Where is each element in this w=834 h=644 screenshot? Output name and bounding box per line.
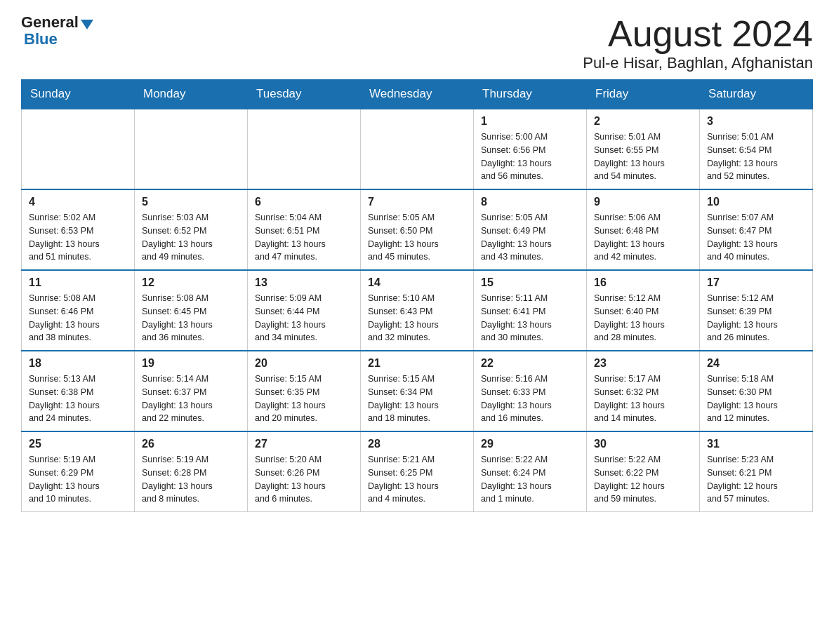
calendar-cell: 27Sunrise: 5:20 AMSunset: 6:26 PMDayligh… — [248, 431, 361, 512]
day-number: 20 — [255, 357, 353, 370]
calendar-cell: 8Sunrise: 5:05 AMSunset: 6:49 PMDaylight… — [474, 189, 587, 270]
day-number: 25 — [29, 438, 127, 450]
calendar-cell: 22Sunrise: 5:16 AMSunset: 6:33 PMDayligh… — [474, 351, 587, 431]
calendar-cell: 23Sunrise: 5:17 AMSunset: 6:32 PMDayligh… — [587, 351, 700, 431]
day-number: 19 — [142, 357, 240, 370]
calendar-cell: 18Sunrise: 5:13 AMSunset: 6:38 PMDayligh… — [22, 351, 135, 431]
calendar-cell: 19Sunrise: 5:14 AMSunset: 6:37 PMDayligh… — [135, 351, 248, 431]
weekday-header: Wednesday — [361, 80, 474, 109]
day-number: 28 — [368, 438, 466, 450]
day-info: Sunrise: 5:16 AMSunset: 6:33 PMDaylight:… — [481, 373, 579, 425]
calendar-cell: 9Sunrise: 5:06 AMSunset: 6:48 PMDaylight… — [587, 189, 700, 270]
calendar-cell: 21Sunrise: 5:15 AMSunset: 6:34 PMDayligh… — [361, 351, 474, 431]
day-number: 13 — [255, 276, 353, 289]
calendar-cell: 12Sunrise: 5:08 AMSunset: 6:45 PMDayligh… — [135, 270, 248, 351]
calendar-cell: 30Sunrise: 5:22 AMSunset: 6:22 PMDayligh… — [587, 431, 700, 512]
weekday-header-row: SundayMondayTuesdayWednesdayThursdayFrid… — [22, 80, 813, 109]
calendar-cell: 6Sunrise: 5:04 AMSunset: 6:51 PMDaylight… — [248, 189, 361, 270]
calendar-week-row: 18Sunrise: 5:13 AMSunset: 6:38 PMDayligh… — [22, 351, 813, 431]
calendar-cell — [248, 109, 361, 189]
day-number: 9 — [594, 196, 692, 208]
day-number: 5 — [142, 196, 240, 208]
day-number: 8 — [481, 196, 579, 208]
day-info: Sunrise: 5:07 AMSunset: 6:47 PMDaylight:… — [707, 211, 805, 264]
calendar-table: SundayMondayTuesdayWednesdayThursdayFrid… — [21, 79, 813, 512]
calendar-cell — [22, 109, 135, 189]
calendar-cell: 15Sunrise: 5:11 AMSunset: 6:41 PMDayligh… — [474, 270, 587, 351]
day-info: Sunrise: 5:15 AMSunset: 6:35 PMDaylight:… — [255, 373, 353, 425]
day-number: 23 — [594, 357, 692, 370]
day-info: Sunrise: 5:12 AMSunset: 6:40 PMDaylight:… — [594, 292, 692, 344]
calendar-cell: 2Sunrise: 5:01 AMSunset: 6:55 PMDaylight… — [587, 109, 700, 189]
month-title: August 2024 — [583, 14, 813, 54]
page-header: General Blue August 2024 Pul-e Hisar, Ba… — [21, 14, 813, 72]
day-info: Sunrise: 5:05 AMSunset: 6:50 PMDaylight:… — [368, 211, 466, 264]
calendar-week-row: 11Sunrise: 5:08 AMSunset: 6:46 PMDayligh… — [22, 270, 813, 351]
day-info: Sunrise: 5:12 AMSunset: 6:39 PMDaylight:… — [707, 292, 805, 344]
weekday-header: Thursday — [474, 80, 587, 109]
calendar-cell: 16Sunrise: 5:12 AMSunset: 6:40 PMDayligh… — [587, 270, 700, 351]
day-info: Sunrise: 5:22 AMSunset: 6:22 PMDaylight:… — [594, 453, 692, 506]
day-info: Sunrise: 5:01 AMSunset: 6:55 PMDaylight:… — [594, 130, 692, 183]
calendar-week-row: 25Sunrise: 5:19 AMSunset: 6:29 PMDayligh… — [22, 431, 813, 512]
logo-line1: General — [21, 14, 93, 31]
day-info: Sunrise: 5:08 AMSunset: 6:45 PMDaylight:… — [142, 292, 240, 344]
day-number: 10 — [707, 196, 805, 208]
day-number: 26 — [142, 438, 240, 450]
calendar-cell: 24Sunrise: 5:18 AMSunset: 6:30 PMDayligh… — [700, 351, 813, 431]
day-number: 6 — [255, 196, 353, 208]
day-number: 27 — [255, 438, 353, 450]
calendar-cell: 3Sunrise: 5:01 AMSunset: 6:54 PMDaylight… — [700, 109, 813, 189]
logo: General Blue — [21, 14, 93, 48]
day-info: Sunrise: 5:21 AMSunset: 6:25 PMDaylight:… — [368, 453, 466, 506]
weekday-header: Tuesday — [248, 80, 361, 109]
calendar-cell: 7Sunrise: 5:05 AMSunset: 6:50 PMDaylight… — [361, 189, 474, 270]
calendar-cell: 17Sunrise: 5:12 AMSunset: 6:39 PMDayligh… — [700, 270, 813, 351]
day-info: Sunrise: 5:01 AMSunset: 6:54 PMDaylight:… — [707, 130, 805, 183]
calendar-cell: 20Sunrise: 5:15 AMSunset: 6:35 PMDayligh… — [248, 351, 361, 431]
calendar-cell — [135, 109, 248, 189]
day-info: Sunrise: 5:19 AMSunset: 6:29 PMDaylight:… — [29, 453, 127, 506]
day-info: Sunrise: 5:22 AMSunset: 6:24 PMDaylight:… — [481, 453, 579, 506]
day-info: Sunrise: 5:08 AMSunset: 6:46 PMDaylight:… — [29, 292, 127, 344]
day-number: 3 — [707, 115, 805, 128]
calendar-cell: 13Sunrise: 5:09 AMSunset: 6:44 PMDayligh… — [248, 270, 361, 351]
day-number: 18 — [29, 357, 127, 370]
day-info: Sunrise: 5:06 AMSunset: 6:48 PMDaylight:… — [594, 211, 692, 264]
day-number: 11 — [29, 276, 127, 289]
calendar-cell: 5Sunrise: 5:03 AMSunset: 6:52 PMDaylight… — [135, 189, 248, 270]
day-info: Sunrise: 5:05 AMSunset: 6:49 PMDaylight:… — [481, 211, 579, 264]
calendar-cell: 31Sunrise: 5:23 AMSunset: 6:21 PMDayligh… — [700, 431, 813, 512]
day-number: 4 — [29, 196, 127, 208]
calendar-cell: 11Sunrise: 5:08 AMSunset: 6:46 PMDayligh… — [22, 270, 135, 351]
day-number: 16 — [594, 276, 692, 289]
day-number: 7 — [368, 196, 466, 208]
logo-block: General Blue — [21, 14, 93, 48]
calendar-week-row: 4Sunrise: 5:02 AMSunset: 6:53 PMDaylight… — [22, 189, 813, 270]
day-info: Sunrise: 5:18 AMSunset: 6:30 PMDaylight:… — [707, 373, 805, 425]
location-title: Pul-e Hisar, Baghlan, Afghanistan — [583, 54, 813, 72]
day-number: 12 — [142, 276, 240, 289]
day-info: Sunrise: 5:17 AMSunset: 6:32 PMDaylight:… — [594, 373, 692, 425]
weekday-header: Friday — [587, 80, 700, 109]
day-number: 17 — [707, 276, 805, 289]
calendar-cell: 25Sunrise: 5:19 AMSunset: 6:29 PMDayligh… — [22, 431, 135, 512]
day-info: Sunrise: 5:19 AMSunset: 6:28 PMDaylight:… — [142, 453, 240, 506]
calendar-cell: 26Sunrise: 5:19 AMSunset: 6:28 PMDayligh… — [135, 431, 248, 512]
day-number: 31 — [707, 438, 805, 450]
logo-blue-text: Blue — [24, 31, 58, 48]
calendar-cell: 10Sunrise: 5:07 AMSunset: 6:47 PMDayligh… — [700, 189, 813, 270]
calendar-cell: 29Sunrise: 5:22 AMSunset: 6:24 PMDayligh… — [474, 431, 587, 512]
day-number: 30 — [594, 438, 692, 450]
logo-line2: Blue — [24, 31, 58, 48]
day-number: 22 — [481, 357, 579, 370]
day-info: Sunrise: 5:11 AMSunset: 6:41 PMDaylight:… — [481, 292, 579, 344]
day-number: 21 — [368, 357, 466, 370]
calendar-cell: 28Sunrise: 5:21 AMSunset: 6:25 PMDayligh… — [361, 431, 474, 512]
day-info: Sunrise: 5:23 AMSunset: 6:21 PMDaylight:… — [707, 453, 805, 506]
weekday-header: Monday — [135, 80, 248, 109]
day-info: Sunrise: 5:00 AMSunset: 6:56 PMDaylight:… — [481, 130, 579, 183]
calendar-cell: 14Sunrise: 5:10 AMSunset: 6:43 PMDayligh… — [361, 270, 474, 351]
day-info: Sunrise: 5:13 AMSunset: 6:38 PMDaylight:… — [29, 373, 127, 425]
weekday-header: Saturday — [700, 80, 813, 109]
